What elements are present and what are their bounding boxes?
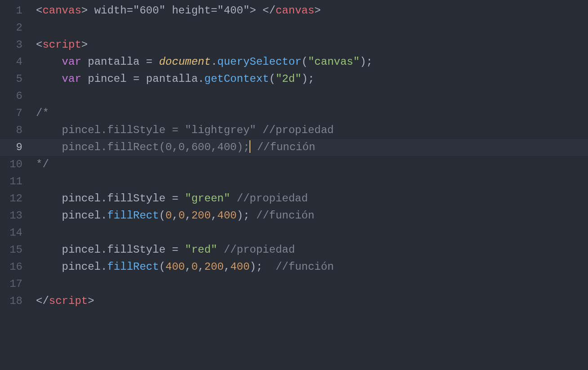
code-token: > bbox=[88, 295, 94, 307]
code-token: = bbox=[172, 192, 178, 205]
code-token: "red" bbox=[185, 244, 217, 256]
code-token: ( bbox=[159, 261, 165, 273]
code-token: fillRect bbox=[107, 261, 159, 273]
code-line[interactable]: pincel.fillStyle = "lightgrey" //propied… bbox=[31, 122, 588, 139]
code-token: . bbox=[101, 261, 107, 273]
code-token: 400 bbox=[165, 261, 185, 273]
code-line[interactable]: var pincel = pantalla.getContext("2d"); bbox=[31, 71, 588, 88]
code-token: pincel.fillStyle bbox=[36, 192, 172, 205]
code-token: //propiedad bbox=[237, 192, 308, 205]
line-number: 1 bbox=[0, 2, 31, 19]
code-token: "2d" bbox=[276, 73, 302, 85]
code-token: querySelector bbox=[217, 56, 301, 68]
code-token: pincel bbox=[36, 261, 101, 273]
code-area[interactable]: <canvas> width="600" height="400"> </can… bbox=[31, 0, 588, 370]
code-token: ); bbox=[237, 210, 256, 222]
code-token: "green" bbox=[185, 192, 230, 205]
line-number: 11 bbox=[0, 173, 31, 190]
code-token: script bbox=[42, 39, 81, 51]
code-token: > bbox=[81, 39, 88, 51]
code-token: ); bbox=[302, 73, 315, 85]
code-token: </ bbox=[36, 295, 49, 307]
code-line[interactable] bbox=[31, 276, 588, 293]
code-token: document bbox=[159, 56, 211, 68]
code-token: 0 bbox=[192, 261, 198, 273]
code-line[interactable]: pincel.fillRect(0,0,600,400); //función bbox=[31, 139, 588, 156]
code-token: , bbox=[211, 210, 217, 222]
line-number: 18 bbox=[0, 293, 31, 310]
code-token: ( bbox=[159, 210, 165, 222]
code-token bbox=[36, 73, 62, 85]
code-token: width="600" height="400"> bbox=[88, 4, 263, 17]
code-line[interactable]: var pantalla = document.querySelector("c… bbox=[31, 53, 588, 71]
line-number: 2 bbox=[0, 19, 31, 36]
code-token: pincel bbox=[81, 73, 133, 85]
code-token: = bbox=[146, 56, 152, 68]
code-token: , bbox=[185, 261, 191, 273]
code-token: pincel.fillRect(0,0,600,400); bbox=[36, 141, 249, 153]
line-number: 12 bbox=[0, 190, 31, 207]
code-token: , bbox=[185, 210, 191, 222]
code-token: canvas bbox=[42, 4, 81, 17]
code-token bbox=[178, 244, 185, 256]
code-token: */ bbox=[36, 158, 49, 170]
code-line[interactable]: pincel.fillStyle = "green" //propiedad bbox=[31, 190, 588, 207]
code-line[interactable]: */ bbox=[31, 156, 588, 173]
code-line[interactable] bbox=[31, 173, 588, 190]
code-token: 200 bbox=[192, 210, 211, 222]
code-token: var bbox=[62, 73, 81, 85]
code-token: fillRect bbox=[107, 210, 159, 222]
code-token: /* bbox=[36, 107, 49, 119]
code-line[interactable] bbox=[31, 19, 588, 36]
code-token: canvas bbox=[276, 4, 314, 17]
code-token: pantalla bbox=[139, 73, 198, 85]
code-line[interactable] bbox=[31, 88, 588, 105]
code-token: = bbox=[172, 244, 178, 256]
code-token: . bbox=[101, 210, 107, 222]
code-token: //función bbox=[250, 141, 315, 153]
code-token: pincel bbox=[36, 210, 101, 222]
line-number: 16 bbox=[0, 259, 31, 276]
code-token: , bbox=[198, 261, 204, 273]
code-token: ( bbox=[269, 73, 276, 85]
code-line[interactable]: /* bbox=[31, 105, 588, 122]
code-line[interactable]: pincel.fillRect(400,0,200,400); //funció… bbox=[31, 259, 588, 276]
code-token: getContext bbox=[204, 73, 269, 85]
code-line[interactable] bbox=[31, 224, 588, 241]
code-token: pincel.fillStyle bbox=[36, 244, 172, 256]
line-number: 14 bbox=[0, 224, 31, 241]
code-token: var bbox=[62, 56, 81, 68]
line-number: 6 bbox=[0, 88, 31, 105]
code-token: = bbox=[133, 73, 139, 85]
line-number: 17 bbox=[0, 276, 31, 293]
line-number: 15 bbox=[0, 241, 31, 259]
code-token: 400 bbox=[217, 210, 236, 222]
code-line[interactable]: pincel.fillRect(0,0,200,400); //función bbox=[31, 207, 588, 224]
code-line[interactable]: <canvas> width="600" height="400"> </can… bbox=[31, 2, 588, 19]
code-token: , bbox=[224, 261, 230, 273]
code-token: ); bbox=[249, 261, 276, 273]
code-token bbox=[178, 192, 185, 205]
line-number-gutter: 123456789101112131415161718 bbox=[0, 0, 31, 370]
code-token: </ bbox=[263, 4, 276, 17]
code-line[interactable]: pincel.fillStyle = "red" //propiedad bbox=[31, 241, 588, 259]
line-number: 3 bbox=[0, 36, 31, 53]
code-token: > bbox=[81, 4, 88, 17]
code-editor[interactable]: 123456789101112131415161718 <canvas> wid… bbox=[0, 0, 588, 370]
code-token: > bbox=[314, 4, 321, 17]
line-number: 9 bbox=[0, 139, 31, 156]
code-token: 0 bbox=[165, 210, 172, 222]
code-token: < bbox=[36, 39, 42, 51]
code-token: pantalla bbox=[81, 56, 146, 68]
code-token bbox=[152, 56, 159, 68]
code-line[interactable]: <script> bbox=[31, 36, 588, 53]
code-token: 400 bbox=[230, 261, 249, 273]
code-token: //función bbox=[276, 261, 334, 273]
line-number: 4 bbox=[0, 53, 31, 71]
code-token: . bbox=[198, 73, 204, 85]
code-token: . bbox=[211, 56, 217, 68]
code-line[interactable]: </script> bbox=[31, 293, 588, 310]
code-token: 200 bbox=[205, 261, 224, 273]
code-token bbox=[217, 244, 223, 256]
code-token: ); bbox=[360, 56, 373, 68]
